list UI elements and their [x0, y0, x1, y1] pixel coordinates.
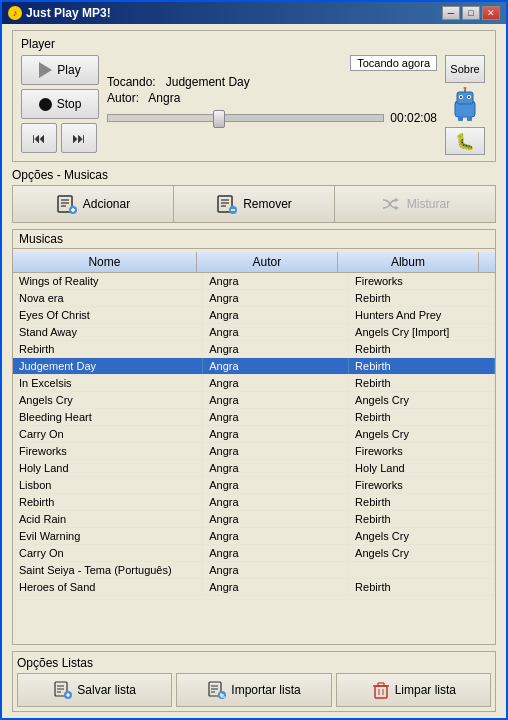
prev-button[interactable]: ⏮: [21, 123, 57, 153]
progress-thumb[interactable]: [213, 110, 225, 128]
table-row[interactable]: In Excelsis Angra Rebirth: [13, 375, 495, 392]
stop-button[interactable]: Stop: [21, 89, 99, 119]
cell-autor: Angra: [203, 477, 349, 493]
table-row[interactable]: Carry On Angra Angels Cry: [13, 545, 495, 562]
cell-nome: Holy Land: [13, 460, 203, 476]
listas-section: Opções Listas Salvar: [12, 651, 496, 712]
cell-nome: Saint Seiya - Tema (Português): [13, 562, 203, 578]
cell-autor: Angra: [203, 341, 349, 357]
author-name: Angra: [148, 91, 180, 105]
cell-autor: Angra: [203, 392, 349, 408]
cell-album: Fireworks: [349, 273, 495, 289]
table-row[interactable]: Carry On Angra Angels Cry: [13, 426, 495, 443]
table-row[interactable]: Saint Seiya - Tema (Português) Angra: [13, 562, 495, 579]
cell-autor: Angra: [203, 375, 349, 391]
musicas-section: Musicas Nome Autor Album Wings of Realit…: [12, 229, 496, 645]
musicas-list[interactable]: Wings of Reality Angra Fireworks Nova er…: [13, 273, 495, 644]
table-row[interactable]: Bleeding Heart Angra Rebirth: [13, 409, 495, 426]
content-area: Player Play Stop ⏮ ⏭: [2, 24, 506, 718]
cell-autor: Angra: [203, 494, 349, 510]
cell-album: Angels Cry [Import]: [349, 324, 495, 340]
title-bar-left: ♪ Just Play MP3!: [8, 6, 111, 20]
cell-nome: Acid Rain: [13, 511, 203, 527]
player-right: Sobre: [443, 55, 487, 155]
table-row[interactable]: Stand Away Angra Angels Cry [Import]: [13, 324, 495, 341]
cell-nome: Lisbon: [13, 477, 203, 493]
table-row[interactable]: Rebirth Angra Rebirth: [13, 494, 495, 511]
sobre-label: Sobre: [450, 63, 479, 75]
listas-buttons: Salvar lista Import: [17, 673, 491, 707]
bug-button[interactable]: 🐛: [445, 127, 485, 155]
cell-album: Rebirth: [349, 494, 495, 510]
import-list-icon: [207, 680, 227, 700]
import-list-label: Importar lista: [231, 683, 300, 697]
table-row[interactable]: Nova era Angra Rebirth: [13, 290, 495, 307]
progress-fill: [108, 115, 218, 121]
now-playing-badge: Tocando agora: [350, 55, 437, 71]
maximize-button[interactable]: □: [462, 6, 480, 20]
clear-list-button[interactable]: Limpar lista: [336, 673, 491, 707]
progress-bar[interactable]: [107, 114, 384, 122]
cell-album: Rebirth: [349, 341, 495, 357]
cell-autor: Angra: [203, 562, 349, 578]
cell-nome: Heroes of Sand: [13, 579, 203, 595]
table-row[interactable]: Wings of Reality Angra Fireworks: [13, 273, 495, 290]
mix-button[interactable]: Misturar: [335, 186, 495, 222]
table-row[interactable]: Acid Rain Angra Rebirth: [13, 511, 495, 528]
table-row[interactable]: Evil Warning Angra Angels Cry: [13, 528, 495, 545]
table-row[interactable]: Rebirth Angra Rebirth: [13, 341, 495, 358]
cell-nome: Angels Cry: [13, 392, 203, 408]
cell-autor: Angra: [203, 409, 349, 425]
opcoes-buttons: Adcionar Remover: [12, 185, 496, 223]
add-button[interactable]: Adcionar: [13, 186, 174, 222]
svg-point-5: [468, 96, 470, 98]
cell-album: Rebirth: [349, 511, 495, 527]
player-section: Player Play Stop ⏮ ⏭: [12, 30, 496, 162]
clear-list-icon: [371, 680, 391, 700]
cell-album: Rebirth: [349, 375, 495, 391]
import-list-button[interactable]: Importar lista: [176, 673, 331, 707]
table-row[interactable]: Angels Cry Angra Angels Cry: [13, 392, 495, 409]
table-row[interactable]: Lisbon Angra Fireworks: [13, 477, 495, 494]
player-controls-left: Play Stop ⏮ ⏭: [21, 55, 101, 155]
table-row[interactable]: Holy Land Angra Holy Land: [13, 460, 495, 477]
save-list-button[interactable]: Salvar lista: [17, 673, 172, 707]
table-row[interactable]: Heroes of Sand Angra Rebirth: [13, 579, 495, 596]
cell-album: Rebirth: [349, 290, 495, 306]
table-row[interactable]: Eyes Of Christ Angra Hunters And Prey: [13, 307, 495, 324]
col-autor-header: Autor: [197, 252, 338, 272]
svg-rect-8: [458, 116, 463, 121]
cell-nome: Carry On: [13, 426, 203, 442]
cell-album: Angels Cry: [349, 528, 495, 544]
stop-icon: [39, 98, 52, 111]
cell-autor: Angra: [203, 426, 349, 442]
progress-row: 00:02:08: [107, 111, 437, 125]
play-button[interactable]: Play: [21, 55, 99, 85]
stop-label: Stop: [57, 97, 82, 111]
player-inner: Play Stop ⏮ ⏭ Tocando agora: [21, 55, 487, 155]
table-row[interactable]: Judgement Day Angra Rebirth: [13, 358, 495, 375]
cell-autor: Angra: [203, 460, 349, 476]
cell-album: Fireworks: [349, 477, 495, 493]
minimize-button[interactable]: ─: [442, 6, 460, 20]
cell-nome: Stand Away: [13, 324, 203, 340]
next-button[interactable]: ⏭: [61, 123, 97, 153]
cell-nome: Wings of Reality: [13, 273, 203, 289]
cell-nome: Fireworks: [13, 443, 203, 459]
bug-icon: 🐛: [455, 132, 475, 151]
table-row[interactable]: Fireworks Angra Fireworks: [13, 443, 495, 460]
cell-nome: Evil Warning: [13, 528, 203, 544]
cell-nome: Rebirth: [13, 494, 203, 510]
sobre-button[interactable]: Sobre: [445, 55, 485, 83]
cell-album: Hunters And Prey: [349, 307, 495, 323]
remove-button[interactable]: Remover: [174, 186, 335, 222]
cell-autor: Angra: [203, 324, 349, 340]
remove-label: Remover: [243, 197, 292, 211]
mix-icon: [380, 193, 402, 215]
cell-album: Angels Cry: [349, 426, 495, 442]
cell-autor: Angra: [203, 579, 349, 595]
cell-album: Rebirth: [349, 358, 495, 374]
cell-album: Angels Cry: [349, 392, 495, 408]
play-label: Play: [57, 63, 80, 77]
close-button[interactable]: ✕: [482, 6, 500, 20]
